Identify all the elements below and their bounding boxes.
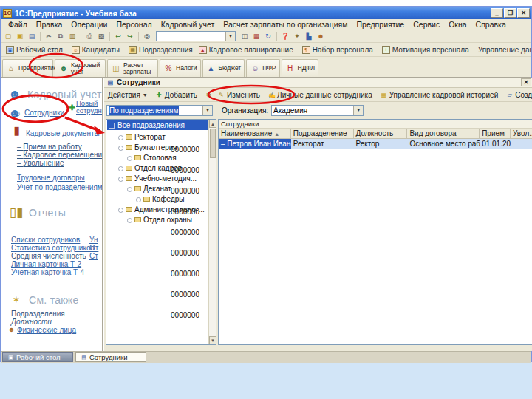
tree-node[interactable]: Административно-...0000000 xyxy=(106,205,208,215)
tree-scrollbar[interactable]: ▲ ▼ xyxy=(208,120,216,344)
employees-window-close-icon[interactable]: ✕ xyxy=(521,78,531,86)
paste-icon[interactable]: ▥ xyxy=(67,32,78,41)
nav-employee-data-button[interactable]: Управление данными сотрудника xyxy=(475,45,532,55)
calc-icon[interactable]: ◫ xyxy=(239,32,250,41)
view-mode-combo[interactable]: По подразделениям ▼ xyxy=(106,105,213,116)
new-icon[interactable]: ▢ xyxy=(3,32,13,41)
personal-data-button[interactable]: ✍Личные данные сотрудника xyxy=(265,90,375,100)
chevron-down-icon[interactable]: ▼ xyxy=(225,32,235,41)
organization-combo[interactable]: Академия ▼ xyxy=(271,105,364,116)
chevron-down-icon[interactable]: ▼ xyxy=(202,106,212,115)
tab-ndfl[interactable]: Н НДФЛ xyxy=(282,59,318,77)
tab-budget[interactable]: ▲ Бюджет xyxy=(202,59,245,77)
tree-node[interactable]: Учебно-методич...0000000 xyxy=(106,174,208,184)
taskbar-tab-desktop[interactable]: ▣ Рабочий стол xyxy=(2,352,73,362)
sidebar-link-transfer[interactable]: – Кадровое перемещение xyxy=(17,151,103,159)
menu-operations[interactable]: Операции xyxy=(66,20,112,29)
tab-payroll[interactable]: ◫ Расчет зарплаты xyxy=(107,59,158,77)
column-fired[interactable]: Увол... xyxy=(511,129,532,138)
save-icon[interactable]: ▤ xyxy=(27,32,37,41)
report-link-statistics[interactable]: Статистика сотрудников xyxy=(11,244,95,252)
services-icon[interactable]: ✦ xyxy=(292,32,302,41)
redo-icon[interactable]: ↪ xyxy=(125,32,135,41)
see-also-departments[interactable]: Подразделения xyxy=(11,310,65,318)
create-document-button[interactable]: ▱Создать документ▼ xyxy=(503,90,532,100)
taskbar-tab-employees[interactable]: ▤ Сотрудники xyxy=(75,352,146,362)
report-link-truncated-2[interactable]: От xyxy=(89,244,98,252)
menu-personnel[interactable]: Персонал xyxy=(112,20,156,29)
tree-node[interactable]: Кафедры0000000 xyxy=(106,194,208,205)
chart-icon[interactable]: ▙ xyxy=(304,32,314,41)
menu-help[interactable]: Справка xyxy=(471,20,511,29)
collapse-icon[interactable]: – xyxy=(109,123,115,129)
refresh-icon[interactable]: ↻ xyxy=(263,32,273,41)
nav-departments-button[interactable]: ▦ Подразделения xyxy=(126,45,196,55)
nav-motivation-button[interactable]: + Мотивация персонала xyxy=(379,45,472,55)
chevron-down-icon[interactable]: ▼ xyxy=(353,106,363,115)
menu-enterprise[interactable]: Предприятие xyxy=(352,20,409,29)
sidebar-link-dismissal[interactable]: – Увольнение xyxy=(17,159,64,167)
tree-node[interactable]: Отдел кадров0000000 xyxy=(106,163,208,174)
edit-button[interactable]: ✎Изменить xyxy=(215,90,262,100)
copy-icon[interactable]: ⧉ xyxy=(55,32,66,41)
calendar-icon[interactable]: ▦ xyxy=(251,32,262,41)
help-book-icon[interactable]: ❓ xyxy=(280,32,290,41)
tab-hr-accounting[interactable]: ☻ Кадровый учет xyxy=(55,59,106,77)
tree-root-node[interactable]: – Все подразделения xyxy=(107,120,210,130)
column-department[interactable]: Подразделение xyxy=(291,129,354,138)
copy-row-button[interactable]: ⧉ xyxy=(202,90,215,100)
hr-history-button[interactable]: ▦Управление кадровой историей xyxy=(378,90,501,100)
see-also-positions[interactable]: Должности xyxy=(11,318,52,326)
report-link-employee-lists[interactable]: Списки сотрудников xyxy=(11,236,80,244)
close-button[interactable]: ✕ xyxy=(517,8,530,18)
sidebar-link-employees[interactable]: Сотрудники xyxy=(24,109,64,117)
sidebar-link-dept-accounting[interactable]: Учет по подразделениям xyxy=(17,183,103,191)
see-also-persons[interactable]: Физические лица xyxy=(17,326,76,334)
preview-icon[interactable]: ▨ xyxy=(96,32,106,41)
menu-windows[interactable]: Окна xyxy=(444,20,471,29)
menu-service[interactable]: Сервис xyxy=(409,20,444,29)
menu-file[interactable]: Файл xyxy=(4,20,32,29)
scroll-down-icon[interactable]: ▼ xyxy=(209,336,216,344)
open-folder-icon[interactable]: ▣ xyxy=(15,32,25,41)
minimize-button[interactable]: _ xyxy=(491,8,503,18)
report-link-avg-headcount[interactable]: Средняя численность xyxy=(11,252,86,260)
tree-node[interactable]: Отдел охраны0000000 xyxy=(106,215,208,225)
menu-edit[interactable]: Правка xyxy=(32,20,66,29)
nav-recruiting-button[interactable]: ¶ Набор персонала xyxy=(299,45,376,55)
scroll-up-icon[interactable]: ▲ xyxy=(209,120,216,128)
nav-candidates-button[interactable]: ☺ Кандидаты xyxy=(69,45,123,55)
sidebar-link-contracts[interactable]: Трудовые договоры xyxy=(17,174,85,182)
nav-desktop-button[interactable]: ▣ Рабочий стол xyxy=(3,45,66,55)
person-icon[interactable]: ☻ xyxy=(316,32,326,41)
cut-icon[interactable]: ✂ xyxy=(44,32,54,41)
tree-node[interactable]: Ректорат0000000 xyxy=(106,132,208,143)
tab-enterprise[interactable]: ⌂ Предприятие xyxy=(2,59,53,77)
report-link-truncated-3[interactable]: Ст xyxy=(89,252,98,260)
find-icon[interactable]: ◎ xyxy=(142,32,152,41)
tab-taxes[interactable]: % Налоги xyxy=(160,59,201,77)
print-icon[interactable]: ⎙ xyxy=(84,32,95,41)
tree-node[interactable]: Деканат0000000 xyxy=(106,184,208,194)
actions-button[interactable]: Действия▼ xyxy=(106,90,150,100)
restore-button[interactable]: ❐ xyxy=(504,8,516,18)
column-contract[interactable]: Вид договора xyxy=(407,129,480,138)
tree-node[interactable]: Столовая0000000 xyxy=(106,153,208,163)
tab-pfr[interactable]: ☺ ПФР xyxy=(246,59,279,77)
menu-hr[interactable]: Кадровый учет xyxy=(157,20,219,29)
tree-node[interactable]: Бухгалтерия0000000 xyxy=(106,143,208,153)
report-link-truncated-1[interactable]: Ун xyxy=(89,236,98,244)
scroll-thumb[interactable] xyxy=(210,129,216,158)
column-position[interactable]: Должность xyxy=(354,129,408,138)
sidebar-link-new-employee[interactable]: Новый сотрудник xyxy=(76,100,103,115)
report-link-card-t4[interactable]: Учетная карточка Т-4 xyxy=(11,268,84,276)
add-button[interactable]: ✚Добавить xyxy=(153,90,200,100)
sidebar-link-hiring[interactable]: – Прием на работу xyxy=(17,143,82,151)
nav-hr-planning-button[interactable]: ▲ Кадровое планирование xyxy=(196,45,296,55)
column-hired[interactable]: Прием xyxy=(480,129,511,138)
report-link-card-t2[interactable]: Личная карточка Т-2 xyxy=(11,260,81,268)
quick-search-combo[interactable]: ▼ xyxy=(156,31,236,41)
employee-row[interactable]: – Петров Иван Иванович Ректорат Ректор О… xyxy=(219,139,532,149)
undo-icon[interactable]: ↩ xyxy=(113,32,123,41)
sidebar-link-hr-documents[interactable]: Кадровые документы xyxy=(26,129,100,137)
